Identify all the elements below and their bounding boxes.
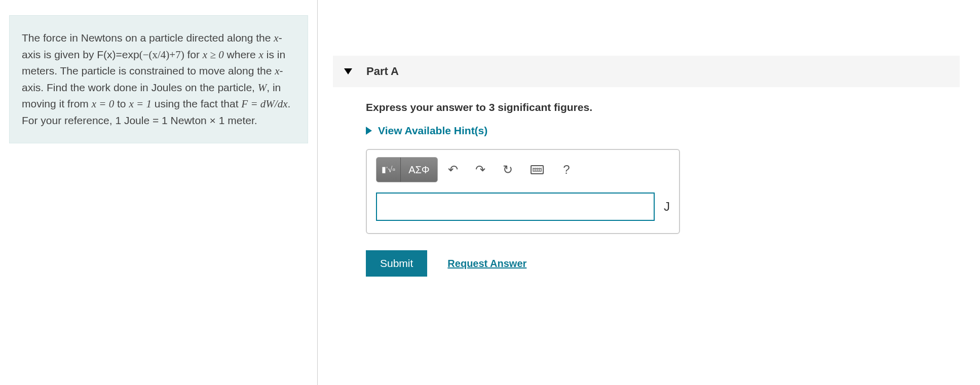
hints-label: View Available Hint(s) <box>378 125 487 136</box>
answer-row: J <box>376 192 670 221</box>
problem-statement: The force in Newtons on a particle direc… <box>9 15 308 143</box>
part-header[interactable]: Part A <box>333 56 960 87</box>
math-x: x <box>274 32 278 44</box>
text: The force in Newtons on a particle direc… <box>22 32 274 44</box>
text: where <box>224 49 259 60</box>
keyboard-button[interactable] <box>523 158 551 182</box>
caret-right-icon <box>366 127 372 135</box>
math-x: x <box>275 65 279 77</box>
math-W: W <box>258 82 267 94</box>
keyboard-icon <box>531 165 544 174</box>
submit-button[interactable]: Submit <box>366 250 427 277</box>
undo-icon: ↶ <box>448 163 458 177</box>
redo-button[interactable]: ↷ <box>468 158 493 182</box>
math-x: x <box>259 49 263 61</box>
view-hints-link[interactable]: View Available Hint(s) <box>366 125 960 137</box>
tool-group-math: ▮▫√▫ ΑΣΦ <box>376 157 438 182</box>
redo-icon: ↷ <box>475 163 485 177</box>
caret-down-icon <box>344 68 352 74</box>
reset-icon: ↻ <box>503 163 513 177</box>
answer-input[interactable] <box>376 192 655 221</box>
unit-label: J <box>664 200 670 214</box>
template-fraction-button[interactable]: ▮▫√▫ <box>376 158 401 182</box>
part-title: Part A <box>366 65 399 78</box>
greek-label: ΑΣΦ <box>408 164 430 176</box>
request-answer-link[interactable]: Request Answer <box>447 258 526 270</box>
reset-button[interactable]: ↻ <box>496 158 520 182</box>
submit-row: Submit Request Answer <box>366 250 960 277</box>
problem-pane: The force in Newtons on a particle direc… <box>0 0 318 385</box>
math-x0: x = 0 <box>92 98 115 110</box>
undo-button[interactable]: ↶ <box>441 158 465 182</box>
equation-toolbar: ▮▫√▫ ΑΣΦ ↶ ↷ ↻ ? <box>376 157 670 182</box>
fraction-sqrt-icon: ▮▫√▫ <box>382 165 395 174</box>
answer-pane: Part A Express your answer to 3 signific… <box>318 0 980 385</box>
text: using the fact that <box>152 98 241 109</box>
help-button[interactable]: ? <box>554 158 579 182</box>
text: to <box>114 98 129 109</box>
instruction-text: Express your answer to 3 significant fig… <box>366 101 960 113</box>
text: for <box>184 49 200 60</box>
greek-symbols-button[interactable]: ΑΣΦ <box>401 158 437 182</box>
math-exp-arg: (−(x/4)+7) <box>139 49 184 61</box>
math-FdW: F = dW/dx <box>241 98 287 110</box>
help-icon: ? <box>563 163 570 177</box>
math-x1: x = 1 <box>129 98 152 110</box>
answer-box: ▮▫√▫ ΑΣΦ ↶ ↷ ↻ ? J <box>366 149 680 234</box>
math-xge0: x ≥ 0 <box>203 49 224 61</box>
